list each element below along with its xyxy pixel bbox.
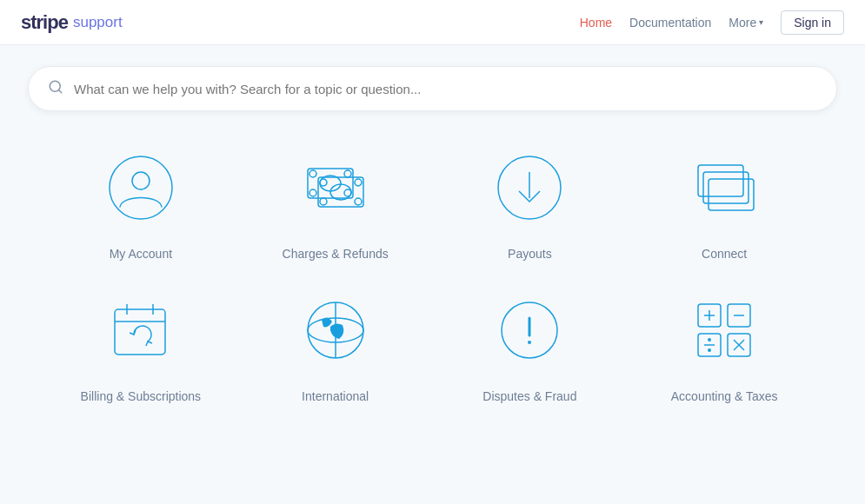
chevron-down-icon: ▾ — [759, 17, 763, 27]
search-bar — [28, 66, 837, 111]
charges-refunds-icon — [292, 144, 379, 231]
my-account-label: My Account — [110, 247, 172, 261]
stripe-logo: stripe — [21, 11, 68, 34]
my-account-icon — [97, 144, 184, 231]
svg-rect-19 — [703, 172, 749, 203]
svg-point-15 — [355, 198, 362, 205]
svg-point-30 — [528, 341, 531, 344]
payouts-label: Payouts — [508, 247, 552, 261]
support-label: support — [73, 14, 123, 31]
billing-label: Billing & Subscriptions — [81, 389, 202, 403]
card-my-account[interactable]: My Account — [52, 144, 230, 261]
search-input[interactable] — [74, 82, 817, 96]
svg-point-3 — [132, 172, 150, 189]
card-payouts[interactable]: Payouts — [442, 144, 619, 261]
card-connect[interactable]: Connect — [635, 144, 813, 261]
payouts-icon — [486, 144, 573, 231]
search-section — [0, 45, 865, 136]
svg-point-38 — [708, 338, 711, 342]
card-accounting-taxes[interactable]: Accounting & Taxes — [635, 287, 813, 403]
accounting-taxes-icon — [681, 287, 768, 374]
connect-icon — [681, 144, 768, 231]
logo-group: stripe support — [21, 11, 123, 34]
nav: Home Documentation More ▾ Sign in — [580, 10, 844, 35]
sign-in-button[interactable]: Sign in — [781, 10, 844, 35]
accounting-label: Accounting & Taxes — [671, 389, 778, 403]
svg-point-7 — [344, 170, 351, 177]
card-billing-subscriptions[interactable]: Billing & Subscriptions — [52, 287, 230, 403]
card-international[interactable]: International — [247, 287, 424, 403]
svg-point-14 — [320, 198, 327, 205]
card-disputes-fraud[interactable]: Disputes & Fraud — [442, 287, 619, 403]
svg-line-1 — [58, 90, 61, 92]
search-icon — [48, 79, 63, 98]
categories-section: My Account — [0, 136, 865, 438]
svg-rect-20 — [709, 179, 754, 210]
disputes-fraud-icon — [486, 287, 573, 374]
billing-subscriptions-icon — [97, 287, 184, 374]
charges-refunds-label: Charges & Refunds — [283, 247, 389, 261]
svg-point-12 — [320, 179, 327, 186]
svg-point-39 — [708, 348, 711, 352]
svg-rect-21 — [115, 309, 165, 355]
svg-point-13 — [355, 179, 362, 186]
international-label: International — [302, 389, 369, 403]
header: stripe support Home Documentation More ▾… — [0, 0, 865, 45]
home-link[interactable]: Home — [580, 16, 612, 30]
cards-grid: My Account — [52, 144, 813, 403]
card-charges-refunds[interactable]: Charges & Refunds — [247, 144, 424, 261]
svg-rect-18 — [698, 165, 743, 196]
svg-point-2 — [110, 156, 172, 219]
international-icon — [292, 287, 379, 374]
disputes-label: Disputes & Fraud — [482, 389, 576, 403]
docs-link[interactable]: Documentation — [629, 16, 711, 30]
connect-label: Connect — [702, 247, 747, 261]
svg-point-8 — [309, 189, 316, 196]
svg-point-6 — [309, 170, 316, 177]
more-link[interactable]: More ▾ — [729, 16, 763, 30]
